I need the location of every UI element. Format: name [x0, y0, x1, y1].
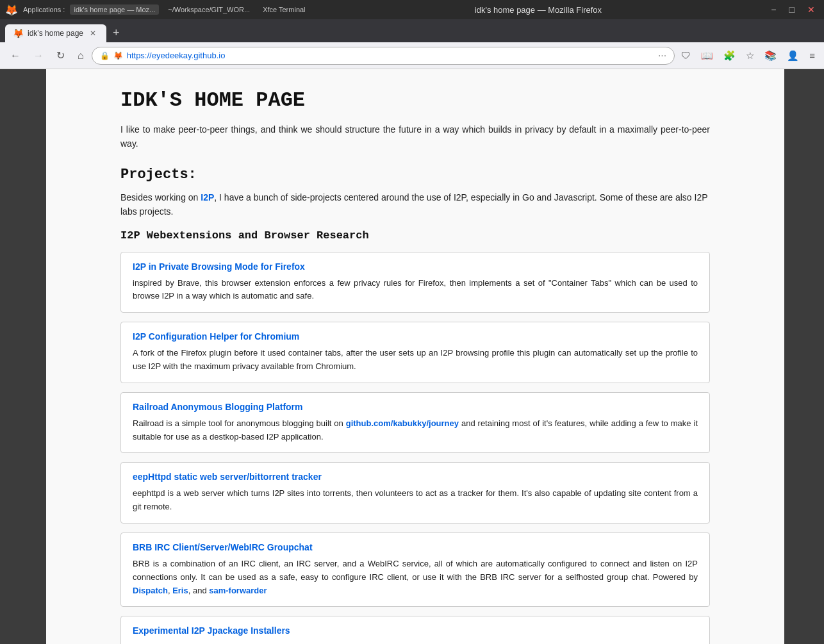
- titlebar-left: 🦊 Applications : idk's home page — Moz..…: [5, 4, 309, 16]
- project-card-desc-2: Railroad is a simple tool for anonymous …: [133, 417, 698, 444]
- dispatch-link[interactable]: Dispatch: [133, 586, 168, 595]
- bookmark-button[interactable]: ☆: [742, 47, 758, 64]
- taskbar-firefox-item[interactable]: idk's home page — Moz...: [70, 4, 159, 15]
- firefox-logo: 🦊: [5, 4, 18, 16]
- page-intro: I like to make peer-to-peer things, and …: [120, 122, 710, 151]
- left-gutter: [0, 69, 46, 644]
- project-card-1: I2P Configuration Helper for Chromium A …: [120, 322, 710, 383]
- forward-button[interactable]: →: [28, 47, 49, 64]
- menu-button[interactable]: ≡: [805, 47, 819, 63]
- browser-body: IDK'S HOME PAGE I like to make peer-to-p…: [0, 69, 824, 644]
- project-card-title-4[interactable]: BRB IRC Client/Server/WebIRC Groupchat: [133, 542, 698, 552]
- new-tab-button[interactable]: +: [106, 24, 126, 42]
- tabbar: 🦊 idk's home page ✕ +: [0, 19, 824, 42]
- maximize-button[interactable]: □: [786, 3, 798, 16]
- taskbar-apps-label: Applications :: [23, 6, 65, 13]
- brb-end-prefix: , and: [188, 586, 210, 595]
- nav-tools: 🛡 📖 🧩 ☆ 📚 👤 ≡: [677, 47, 819, 64]
- subsection-title: I2P Webextensions and Browser Research: [120, 229, 710, 242]
- titlebar-controls: − □ ✕: [767, 3, 819, 16]
- page-wrapper: IDK'S HOME PAGE I like to make peer-to-p…: [46, 69, 784, 644]
- project-card-2: Railroad Anonymous Blogging Platform Rai…: [120, 392, 710, 454]
- project-card-desc-0: inspired by Brave, this browser extensio…: [133, 277, 698, 304]
- back-button[interactable]: ←: [5, 47, 26, 64]
- project-card-title-3[interactable]: eepHttpd static web server/bittorrent tr…: [133, 472, 698, 482]
- browser-tab-active[interactable]: 🦊 idk's home page ✕: [5, 24, 106, 42]
- project-card-desc-5: Jpackage is a tool for bundling Java sof…: [133, 641, 698, 644]
- projects-intro-prefix: Besides working on: [120, 192, 201, 202]
- extensions-button[interactable]: 🧩: [720, 47, 739, 64]
- minimize-button[interactable]: −: [767, 3, 780, 16]
- url-input[interactable]: [127, 51, 654, 60]
- project-card-title-2[interactable]: Railroad Anonymous Blogging Platform: [133, 402, 698, 412]
- i2p-link[interactable]: I2P: [201, 192, 214, 202]
- project-card-0: I2P in Private Browsing Mode for Firefox…: [120, 252, 710, 313]
- titlebar-title: idk's home page — Mozilla Firefox: [309, 5, 768, 15]
- home-button[interactable]: ⌂: [72, 47, 89, 64]
- tab-close-button[interactable]: ✕: [87, 28, 99, 38]
- project-card-desc-3: eephttpd is a web server which turns I2P…: [133, 487, 698, 514]
- titlebar: 🦊 Applications : idk's home page — Moz..…: [0, 0, 824, 19]
- railroad-desc-prefix: Railroad is a simple tool for anonymous …: [133, 418, 346, 428]
- tab-title: idk's home page: [28, 29, 83, 38]
- projects-heading: Projects:: [120, 167, 710, 183]
- page-content: IDK'S HOME PAGE I like to make peer-to-p…: [95, 69, 736, 644]
- project-card-title-0[interactable]: I2P in Private Browsing Mode for Firefox: [133, 261, 698, 272]
- taskbar-terminal-item[interactable]: Xfce Terminal: [259, 4, 309, 15]
- reload-button[interactable]: ↻: [51, 47, 70, 64]
- eris-link[interactable]: Eris: [172, 586, 188, 595]
- project-card-title-5[interactable]: Experimental I2P Jpackage Installers: [133, 625, 698, 636]
- sam-forwarder-link[interactable]: sam-forwarder: [209, 586, 267, 595]
- projects-intro: Besides working on I2P, I have a bunch o…: [120, 190, 710, 219]
- site-favicon: 🦊: [113, 51, 123, 60]
- project-card-desc-1: A fork of the Firefox plugin before it u…: [133, 347, 698, 374]
- railroad-link[interactable]: github.com/kabukky/journey: [346, 418, 459, 428]
- brb-desc-prefix: BRB is a combination of an IRC client, a…: [133, 559, 698, 582]
- tab-favicon: 🦊: [13, 28, 24, 38]
- project-card-title-1[interactable]: I2P Configuration Helper for Chromium: [133, 331, 698, 342]
- project-card-desc-4: BRB is a combination of an IRC client, a…: [133, 557, 698, 597]
- navbar: ← → ↻ ⌂ 🔒 🦊 ··· 🛡 📖 🧩 ☆ 📚 👤 ≡: [0, 42, 824, 69]
- shield-button[interactable]: 🛡: [677, 47, 695, 63]
- project-card-5: Experimental I2P Jpackage Installers Jpa…: [120, 616, 710, 644]
- taskbar-workspace-item[interactable]: ~/Workspace/GIT_WOR...: [164, 4, 254, 15]
- project-card-3: eepHttpd static web server/bittorrent tr…: [120, 462, 710, 524]
- page-title: IDK'S HOME PAGE: [120, 88, 710, 112]
- right-gutter: [784, 69, 824, 644]
- more-button[interactable]: ···: [658, 50, 666, 62]
- address-bar[interactable]: 🔒 🦊 ···: [92, 47, 675, 65]
- pocket-button[interactable]: 📖: [697, 47, 717, 64]
- sync-button[interactable]: 👤: [783, 47, 803, 64]
- close-button[interactable]: ✕: [803, 3, 819, 16]
- project-card-4: BRB IRC Client/Server/WebIRC Groupchat B…: [120, 533, 710, 607]
- lock-icon: 🔒: [100, 51, 110, 60]
- collections-button[interactable]: 📚: [761, 47, 780, 64]
